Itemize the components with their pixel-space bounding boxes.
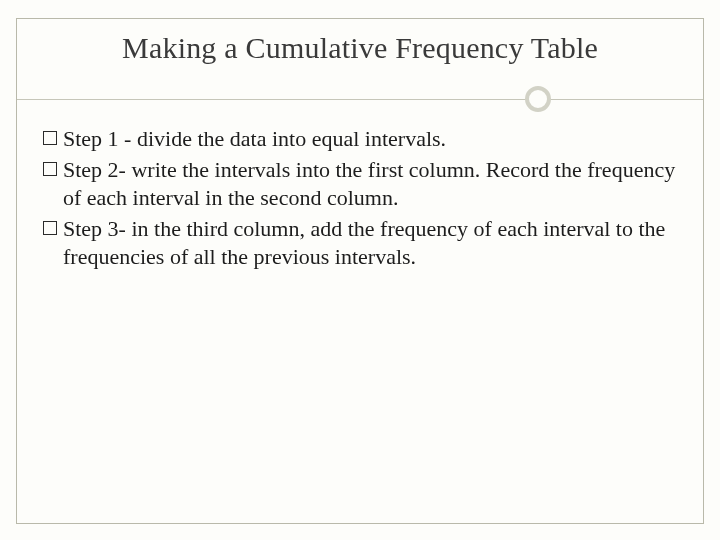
list-item-text: Step 1 - divide the data into equal inte… bbox=[63, 125, 677, 154]
title-divider bbox=[17, 87, 703, 111]
slide-frame: Making a Cumulative Frequency Table Step… bbox=[16, 18, 704, 524]
list-item: Step 1 - divide the data into equal inte… bbox=[43, 125, 677, 154]
list-item-text: Step 2- write the intervals into the fir… bbox=[63, 156, 677, 213]
list-item: Step 2- write the intervals into the fir… bbox=[43, 156, 677, 213]
content-area: Step 1 - divide the data into equal inte… bbox=[17, 125, 703, 272]
square-bullet-icon bbox=[43, 162, 57, 176]
list-item: Step 3- in the third column, add the fre… bbox=[43, 215, 677, 272]
divider-line bbox=[17, 99, 703, 100]
slide: Making a Cumulative Frequency Table Step… bbox=[0, 0, 720, 540]
square-bullet-icon bbox=[43, 131, 57, 145]
list-item-text: Step 3- in the third column, add the fre… bbox=[63, 215, 677, 272]
square-bullet-icon bbox=[43, 221, 57, 235]
slide-title: Making a Cumulative Frequency Table bbox=[17, 31, 703, 87]
divider-circle-icon bbox=[525, 86, 551, 112]
